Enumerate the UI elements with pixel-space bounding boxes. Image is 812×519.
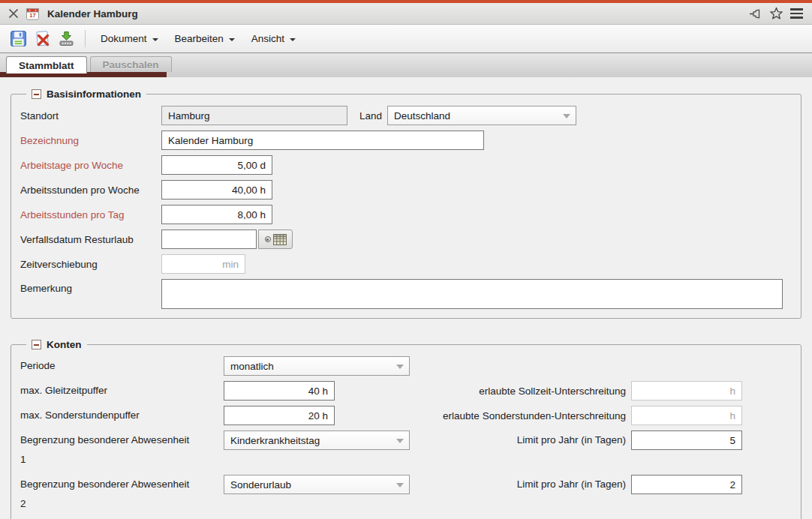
limit-1-input[interactable] bbox=[631, 430, 742, 450]
arbeitsstunden-woche-label: Arbeitsstunden pro Woche bbox=[20, 184, 161, 196]
collapse-minus-icon[interactable] bbox=[32, 89, 41, 99]
sonderstundenpuffer-label: max. Sonderstundenpuffer bbox=[20, 406, 224, 425]
row-arbeitsstunden-woche: Arbeitsstunden pro Woche bbox=[20, 180, 792, 200]
arbeitstage-label: Arbeitstage pro Woche bbox=[20, 160, 161, 171]
gleitzeitpuffer-label: max. Gleitzeitpuffer bbox=[20, 381, 224, 400]
land-label: Land bbox=[359, 110, 382, 122]
toolbar: Dokument Bearbeiten Ansicht bbox=[0, 25, 812, 53]
dropdown-arrow-icon bbox=[563, 114, 570, 118]
tab-pauschalen[interactable]: Pauschalen bbox=[90, 56, 172, 72]
arbeitsstunden-tag-label: Arbeitsstunden pro Tag bbox=[20, 209, 161, 220]
dropdown-arrow-icon bbox=[396, 439, 404, 443]
periode-dropdown[interactable]: monatlich bbox=[224, 356, 410, 376]
close-icon[interactable] bbox=[8, 8, 20, 20]
periode-selected-value: monatlich bbox=[230, 361, 274, 372]
limit-1-label: Limit pro Jahr (in Tagen) bbox=[410, 430, 631, 450]
toolbar-separator bbox=[85, 30, 86, 47]
radio-dot-icon bbox=[265, 236, 271, 242]
begrenzung-1-selected-value: Kinderkrankheitstag bbox=[230, 435, 320, 446]
zeitverschiebung-label: Zeitverschiebung bbox=[20, 259, 161, 270]
standort-input[interactable] bbox=[161, 106, 347, 125]
row-sonderstundenpuffer: max. Sonderstundenpuffer erlaubte Sonder… bbox=[20, 406, 792, 425]
dropdown-arrow-icon bbox=[396, 364, 404, 369]
menu-ansicht[interactable]: Ansicht bbox=[243, 28, 304, 49]
hamburger-menu-icon[interactable] bbox=[790, 8, 803, 19]
calendar-icon-day: 17 bbox=[29, 12, 35, 19]
bemerkung-label: Bemerkung bbox=[20, 283, 161, 294]
bezeichnung-input[interactable] bbox=[161, 130, 484, 150]
begrenzung-1-dropdown[interactable]: Kinderkrankheitstag bbox=[224, 430, 410, 450]
sonderstunden-unterschreitung-label: erlaubte Sonderstunden-Unterschreitung bbox=[335, 410, 631, 422]
bemerkung-textarea[interactable] bbox=[161, 279, 783, 309]
chevron-down-icon bbox=[152, 38, 158, 41]
periode-label: Periode bbox=[20, 356, 224, 376]
row-begrenzung-1: Begrenzung besonderer Abwesenheit1 Kinde… bbox=[20, 430, 792, 470]
row-begrenzung-2: Begrenzung besonderer Abwesenheit2 Sonde… bbox=[20, 475, 792, 514]
section-title: Konten bbox=[47, 339, 82, 350]
begrenzung-2-dropdown[interactable]: Sonderurlaub bbox=[224, 475, 410, 494]
tab-strip: Stammblatt Pauschalen bbox=[0, 53, 812, 77]
collapse-minus-icon[interactable] bbox=[32, 340, 41, 350]
menu-dokument[interactable]: Dokument bbox=[92, 28, 167, 49]
gleitzeitpuffer-input[interactable] bbox=[224, 381, 335, 400]
limit-2-input[interactable] bbox=[631, 475, 742, 494]
pin-icon[interactable] bbox=[748, 8, 762, 20]
row-arbeitstage: Arbeitstage pro Woche bbox=[20, 155, 792, 175]
tab-stammblatt[interactable]: Stammblatt bbox=[6, 56, 87, 74]
chevron-down-icon bbox=[290, 38, 296, 41]
row-bemerkung: Bemerkung bbox=[20, 279, 792, 309]
row-zeitverschiebung: Zeitverschiebung bbox=[20, 254, 792, 274]
row-bezeichnung: Bezeichnung bbox=[20, 130, 792, 150]
land-selected-value: Deutschland bbox=[394, 110, 450, 122]
dropdown-arrow-icon bbox=[396, 483, 404, 488]
row-verfallsdatum: Verfallsdatum Resturlaub bbox=[20, 230, 792, 249]
save-button[interactable] bbox=[6, 28, 30, 50]
sollzeit-unterschreitung-input[interactable] bbox=[631, 381, 742, 400]
land-dropdown[interactable]: Deutschland bbox=[387, 106, 576, 125]
zeitverschiebung-input[interactable] bbox=[161, 254, 245, 274]
verfallsdatum-label: Verfallsdatum Resturlaub bbox=[20, 234, 161, 245]
menu-ansicht-label: Ansicht bbox=[251, 33, 284, 44]
row-periode: Periode monatlich bbox=[20, 356, 792, 376]
arbeitsstunden-woche-input[interactable] bbox=[161, 180, 272, 200]
chevron-down-icon bbox=[229, 38, 235, 41]
begrenzung-1-label: Begrenzung besonderer Abwesenheit1 bbox=[20, 430, 224, 470]
menu-dokument-label: Dokument bbox=[101, 33, 147, 44]
star-icon[interactable] bbox=[769, 7, 783, 20]
bezeichnung-label: Bezeichnung bbox=[20, 135, 161, 146]
sonderstundenpuffer-input[interactable] bbox=[224, 406, 335, 425]
standort-label: Standort bbox=[20, 110, 161, 122]
titlebar: 17 Kalender Hamburg bbox=[0, 3, 812, 25]
begrenzung-2-label: Begrenzung besonderer Abwesenheit2 bbox=[20, 475, 224, 514]
row-arbeitsstunden-tag: Arbeitsstunden pro Tag bbox=[20, 205, 792, 224]
sonderstunden-unterschreitung-input[interactable] bbox=[631, 406, 742, 425]
sollzeit-unterschreitung-label: erlaubte Sollzeit-Unterschreitung bbox=[335, 386, 631, 397]
begrenzung-2-selected-value: Sonderurlaub bbox=[230, 479, 291, 490]
menu-bearbeiten-label: Bearbeiten bbox=[175, 33, 224, 44]
arbeitsstunden-tag-input[interactable] bbox=[161, 205, 272, 224]
section-title: Basisinformationen bbox=[47, 88, 141, 100]
limit-2-label: Limit pro Jahr (in Tagen) bbox=[410, 475, 631, 494]
calendar-icon: 17 bbox=[26, 8, 39, 20]
content: Basisinformationen Standort Land Deutsch… bbox=[0, 77, 812, 519]
menu-bearbeiten[interactable]: Bearbeiten bbox=[167, 28, 243, 49]
section-konten: Konten Periode monatlich max. Gleitzeitp… bbox=[11, 339, 801, 519]
window-title: Kalender Hamburg bbox=[47, 8, 138, 20]
calendar-grid-icon bbox=[273, 234, 287, 245]
date-picker-button[interactable] bbox=[258, 230, 293, 249]
section-basisinformationen: Basisinformationen Standort Land Deutsch… bbox=[11, 88, 801, 319]
verfallsdatum-input[interactable] bbox=[161, 230, 257, 249]
row-gleitzeitpuffer: max. Gleitzeitpuffer erlaubte Sollzeit-U… bbox=[20, 381, 792, 400]
discard-button[interactable] bbox=[30, 28, 54, 50]
arbeitstage-input[interactable] bbox=[161, 155, 272, 175]
row-standort: Standort Land Deutschland bbox=[20, 106, 792, 125]
import-button[interactable] bbox=[54, 28, 78, 50]
